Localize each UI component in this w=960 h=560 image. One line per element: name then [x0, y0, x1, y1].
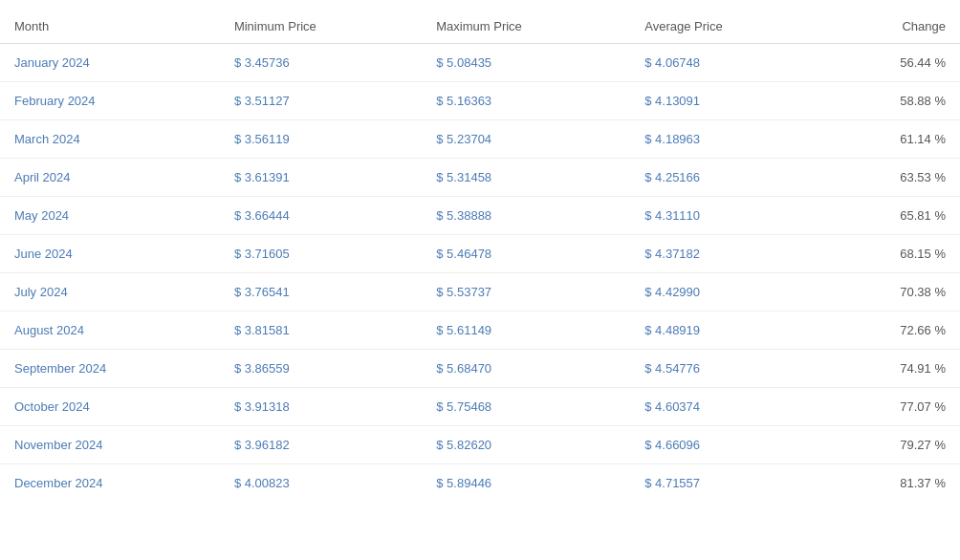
cell-max-price: $ 5.53737: [422, 273, 630, 312]
table-row: January 2024$ 3.45736$ 5.08435$ 4.067485…: [0, 44, 960, 82]
cell-min-price: $ 3.56119: [220, 120, 422, 159]
cell-change: 65.81 %: [824, 197, 960, 235]
price-table-container: Month Minimum Price Maximum Price Averag…: [0, 0, 960, 511]
table-row: April 2024$ 3.61391$ 5.31458$ 4.2516663.…: [0, 159, 960, 197]
cell-change: 61.14 %: [824, 120, 960, 159]
table-row: June 2024$ 3.71605$ 5.46478$ 4.3718268.1…: [0, 235, 960, 273]
table-row: July 2024$ 3.76541$ 5.53737$ 4.4299070.3…: [0, 273, 960, 312]
table-header-row: Month Minimum Price Maximum Price Averag…: [0, 10, 960, 44]
header-month: Month: [0, 10, 220, 44]
cell-avg-price: $ 4.48919: [630, 312, 824, 350]
cell-min-price: $ 3.51127: [220, 82, 422, 120]
cell-avg-price: $ 4.42990: [630, 273, 824, 312]
cell-max-price: $ 5.68470: [422, 350, 630, 388]
cell-min-price: $ 3.96182: [220, 426, 422, 464]
cell-max-price: $ 5.08435: [422, 44, 630, 82]
cell-avg-price: $ 4.13091: [630, 82, 824, 120]
cell-avg-price: $ 4.37182: [630, 235, 824, 273]
table-row: February 2024$ 3.51127$ 5.16363$ 4.13091…: [0, 82, 960, 120]
cell-max-price: $ 5.38888: [422, 197, 630, 235]
cell-min-price: $ 3.71605: [220, 235, 422, 273]
cell-avg-price: $ 4.71557: [630, 464, 824, 503]
header-change: Change: [824, 10, 960, 44]
cell-min-price: $ 3.86559: [220, 350, 422, 388]
cell-max-price: $ 5.61149: [422, 312, 630, 350]
cell-min-price: $ 3.91318: [220, 388, 422, 426]
cell-change: 63.53 %: [824, 159, 960, 197]
table-row: August 2024$ 3.81581$ 5.61149$ 4.4891972…: [0, 312, 960, 350]
cell-month: December 2024: [0, 464, 220, 503]
cell-max-price: $ 5.82620: [422, 426, 630, 464]
cell-month: August 2024: [0, 312, 220, 350]
header-min-price: Minimum Price: [220, 10, 422, 44]
cell-avg-price: $ 4.18963: [630, 120, 824, 159]
cell-month: September 2024: [0, 350, 220, 388]
cell-avg-price: $ 4.66096: [630, 426, 824, 464]
cell-max-price: $ 5.89446: [422, 464, 630, 503]
table-row: October 2024$ 3.91318$ 5.75468$ 4.603747…: [0, 388, 960, 426]
table-row: March 2024$ 3.56119$ 5.23704$ 4.1896361.…: [0, 120, 960, 159]
cell-month: October 2024: [0, 388, 220, 426]
price-table: Month Minimum Price Maximum Price Averag…: [0, 10, 960, 502]
cell-min-price: $ 4.00823: [220, 464, 422, 503]
cell-month: June 2024: [0, 235, 220, 273]
cell-change: 58.88 %: [824, 82, 960, 120]
cell-month: April 2024: [0, 159, 220, 197]
cell-min-price: $ 3.66444: [220, 197, 422, 235]
cell-max-price: $ 5.23704: [422, 120, 630, 159]
cell-month: March 2024: [0, 120, 220, 159]
table-row: November 2024$ 3.96182$ 5.82620$ 4.66096…: [0, 426, 960, 464]
cell-change: 72.66 %: [824, 312, 960, 350]
cell-min-price: $ 3.45736: [220, 44, 422, 82]
cell-change: 74.91 %: [824, 350, 960, 388]
cell-min-price: $ 3.81581: [220, 312, 422, 350]
header-max-price: Maximum Price: [422, 10, 630, 44]
cell-change: 68.15 %: [824, 235, 960, 273]
cell-change: 70.38 %: [824, 273, 960, 312]
cell-change: 79.27 %: [824, 426, 960, 464]
cell-max-price: $ 5.16363: [422, 82, 630, 120]
cell-avg-price: $ 4.06748: [630, 44, 824, 82]
cell-month: July 2024: [0, 273, 220, 312]
cell-month: May 2024: [0, 197, 220, 235]
cell-change: 77.07 %: [824, 388, 960, 426]
cell-min-price: $ 3.76541: [220, 273, 422, 312]
cell-max-price: $ 5.31458: [422, 159, 630, 197]
table-row: December 2024$ 4.00823$ 5.89446$ 4.71557…: [0, 464, 960, 503]
table-row: September 2024$ 3.86559$ 5.68470$ 4.5477…: [0, 350, 960, 388]
cell-avg-price: $ 4.54776: [630, 350, 824, 388]
header-avg-price: Average Price: [630, 10, 824, 44]
cell-avg-price: $ 4.31110: [630, 197, 824, 235]
cell-max-price: $ 5.46478: [422, 235, 630, 273]
cell-month: February 2024: [0, 82, 220, 120]
cell-change: 56.44 %: [824, 44, 960, 82]
cell-max-price: $ 5.75468: [422, 388, 630, 426]
cell-avg-price: $ 4.25166: [630, 159, 824, 197]
cell-change: 81.37 %: [824, 464, 960, 503]
cell-month: January 2024: [0, 44, 220, 82]
cell-month: November 2024: [0, 426, 220, 464]
cell-min-price: $ 3.61391: [220, 159, 422, 197]
cell-avg-price: $ 4.60374: [630, 388, 824, 426]
table-row: May 2024$ 3.66444$ 5.38888$ 4.3111065.81…: [0, 197, 960, 235]
